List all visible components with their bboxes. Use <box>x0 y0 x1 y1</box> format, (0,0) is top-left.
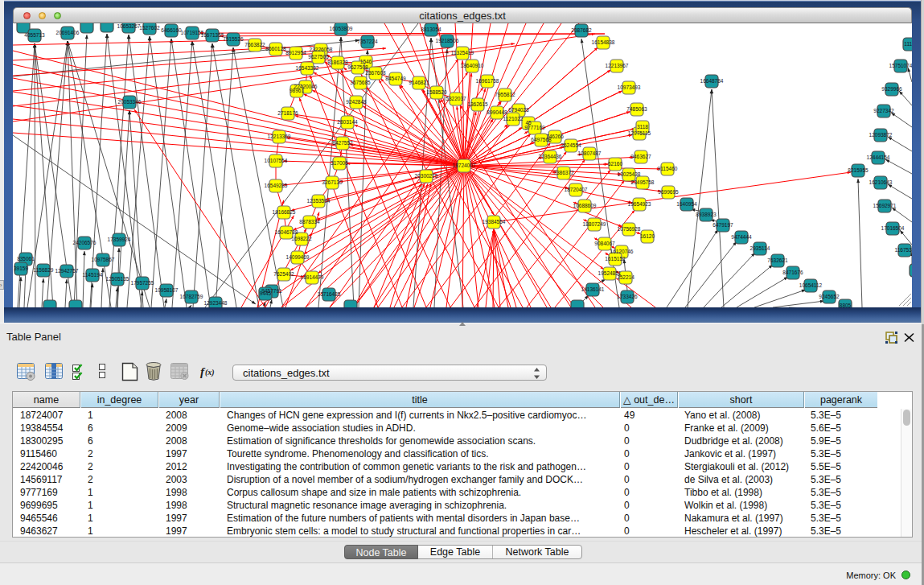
svg-text:16154838: 16154838 <box>592 39 615 45</box>
svg-text:9245652: 9245652 <box>819 294 840 299</box>
svg-text:24206576: 24206576 <box>73 240 97 245</box>
svg-text:1362615: 1362615 <box>467 101 488 107</box>
svg-text:(x): (x) <box>205 368 215 377</box>
svg-text:18640910: 18640910 <box>461 63 484 68</box>
svg-text:10653267: 10653267 <box>117 23 141 29</box>
svg-text:10654112: 10654112 <box>799 282 823 288</box>
svg-text:19384554: 19384554 <box>483 219 506 225</box>
svg-text:20691406: 20691406 <box>56 30 80 35</box>
svg-text:2935114: 2935114 <box>750 245 770 251</box>
svg-text:17957255: 17957255 <box>131 280 154 286</box>
svg-text:9445: 9445 <box>260 290 272 296</box>
svg-text:23495758: 23495758 <box>631 179 655 185</box>
svg-text:9329966: 9329966 <box>881 86 902 92</box>
svg-text:7663822: 7663822 <box>244 42 265 47</box>
svg-text:7515526: 7515526 <box>223 36 244 42</box>
svg-text:8813054: 8813054 <box>421 27 441 32</box>
svg-text:12093872: 12093872 <box>869 132 893 138</box>
svg-text:2087682: 2087682 <box>571 27 592 33</box>
svg-text:6479197: 6479197 <box>713 222 733 228</box>
svg-text:7485063: 7485063 <box>626 106 647 112</box>
svg-text:2803144: 2803144 <box>337 119 358 125</box>
svg-text:6466160: 6466160 <box>161 27 182 33</box>
svg-text:16648784: 16648784 <box>700 78 724 84</box>
svg-text:835061: 835061 <box>17 256 35 262</box>
svg-text:18720407: 18720407 <box>565 187 588 192</box>
svg-text:1121022: 1121022 <box>503 116 524 122</box>
svg-text:10107554: 10107554 <box>265 158 288 163</box>
svg-text:3118: 3118 <box>637 124 648 130</box>
svg-text:8427552: 8427552 <box>332 140 353 146</box>
svg-text:19654923: 19654923 <box>628 201 651 207</box>
svg-text:8990448: 8990448 <box>487 109 507 115</box>
svg-text:8215955: 8215955 <box>848 167 869 173</box>
svg-text:2718176: 2718176 <box>277 110 298 116</box>
svg-text:9627508: 9627508 <box>347 64 368 70</box>
svg-text:16549285: 16549285 <box>265 183 288 188</box>
svg-text:1527602: 1527602 <box>139 25 160 31</box>
svg-text:8471676: 8471676 <box>782 270 803 275</box>
svg-text:7632621: 7632621 <box>767 257 788 263</box>
svg-text:8878334: 8878334 <box>299 219 320 225</box>
svg-text:8660128: 8660128 <box>265 46 286 51</box>
svg-text:18724007: 18724007 <box>453 163 476 168</box>
svg-text:1698222: 1698222 <box>291 236 312 241</box>
svg-text:9463627: 9463627 <box>630 154 651 159</box>
svg-text:7625402: 7625402 <box>273 271 294 277</box>
svg-text:1640954: 1640954 <box>676 201 697 207</box>
svg-text:8938923: 8938923 <box>696 212 717 217</box>
svg-text:10973493: 10973493 <box>618 84 641 90</box>
svg-text:16961758: 16961758 <box>476 78 499 84</box>
svg-text:16210643: 16210643 <box>869 179 893 185</box>
svg-text:1156829: 1156829 <box>34 267 54 273</box>
svg-text:10975867: 10975867 <box>92 257 115 262</box>
svg-text:9227342: 9227342 <box>873 108 894 113</box>
svg-text:19166825: 19166825 <box>273 209 296 215</box>
svg-text:7955812: 7955812 <box>495 92 515 97</box>
svg-text:9146821: 9146821 <box>409 80 429 85</box>
svg-text:9474444: 9474444 <box>731 234 752 240</box>
svg-text:1733426: 1733426 <box>617 294 638 299</box>
svg-text:1588520: 1588520 <box>426 89 447 95</box>
svg-text:12353594: 12353594 <box>307 198 331 204</box>
svg-text:12942757: 12942757 <box>55 268 79 274</box>
svg-text:12213967: 12213967 <box>606 63 629 68</box>
svg-text:1145194: 1145194 <box>83 272 103 278</box>
svg-text:1615152: 1615152 <box>605 256 626 262</box>
svg-text:9699695: 9699695 <box>658 189 679 195</box>
svg-text:7386372: 7386372 <box>553 170 574 175</box>
svg-text:12213369: 12213369 <box>268 134 291 139</box>
svg-text:18807249: 18807249 <box>583 221 606 227</box>
svg-text:9777169: 9777169 <box>524 125 545 130</box>
svg-text:12505135: 12505135 <box>106 276 129 282</box>
svg-text:39159: 39159 <box>14 266 28 271</box>
svg-text:15692971: 15692971 <box>873 203 897 208</box>
svg-text:16543382: 16543382 <box>296 65 319 71</box>
svg-text:13716485: 13716485 <box>318 291 341 297</box>
svg-text:252214: 252214 <box>617 274 634 280</box>
svg-text:19218506: 19218506 <box>436 38 459 43</box>
svg-text:1167534: 1167534 <box>895 247 912 253</box>
svg-text:16053809: 16053809 <box>330 26 353 31</box>
svg-text:6794028: 6794028 <box>508 107 529 113</box>
svg-text:10807487: 10807487 <box>578 150 602 156</box>
svg-text:9242848: 9242848 <box>346 99 367 105</box>
svg-text:12975115: 12975115 <box>628 130 651 136</box>
svg-text:9627506: 9627506 <box>308 54 329 60</box>
svg-text:6497568: 6497568 <box>531 137 552 142</box>
svg-text:5322037: 5322037 <box>446 96 466 101</box>
svg-text:1546: 1546 <box>360 59 372 64</box>
svg-text:23226058: 23226058 <box>310 47 333 52</box>
svg-text:8454749: 8454749 <box>385 76 406 81</box>
svg-text:10958107: 10958107 <box>155 287 179 293</box>
svg-text:16914479: 16914479 <box>301 274 324 280</box>
svg-text:20053346: 20053346 <box>118 99 142 105</box>
svg-text:10025438: 10025438 <box>618 171 641 177</box>
svg-text:17359924: 17359924 <box>108 237 131 242</box>
svg-text:62160: 62160 <box>608 161 622 167</box>
svg-text:20364436: 20364436 <box>539 154 562 159</box>
svg-text:14099469: 14099469 <box>286 254 310 260</box>
svg-text:1112: 1112 <box>904 41 912 47</box>
svg-text:15751074: 15751074 <box>889 63 912 68</box>
svg-text:3624554: 3624554 <box>561 142 581 148</box>
